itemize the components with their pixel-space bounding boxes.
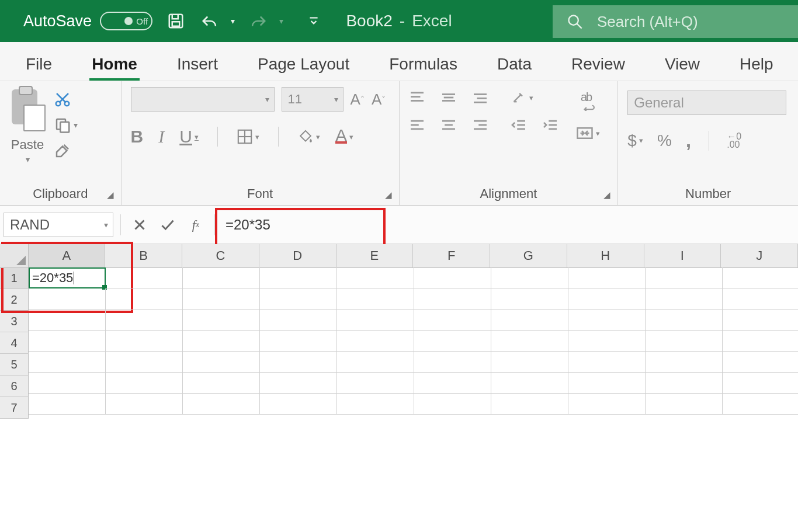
cell-f1[interactable] bbox=[414, 267, 491, 288]
col-header-g[interactable]: G bbox=[490, 244, 567, 268]
row-header-4[interactable]: 4 bbox=[0, 332, 29, 354]
cell-g2[interactable] bbox=[491, 288, 568, 310]
grow-font-icon[interactable]: A˄ bbox=[351, 91, 365, 109]
cell-f3[interactable] bbox=[414, 310, 491, 331]
cell-a3[interactable] bbox=[29, 310, 106, 331]
col-header-b[interactable]: B bbox=[105, 244, 182, 268]
cell-d2[interactable] bbox=[260, 288, 337, 310]
cell-d3[interactable] bbox=[260, 310, 337, 331]
autosave-switch[interactable]: Off bbox=[100, 12, 152, 30]
cell-j6[interactable] bbox=[723, 373, 798, 394]
percent-format-icon[interactable]: % bbox=[657, 131, 672, 150]
undo-dropdown-icon[interactable]: ▾ bbox=[231, 16, 235, 26]
cell-h6[interactable] bbox=[568, 373, 646, 394]
col-header-d[interactable]: D bbox=[259, 244, 336, 268]
cell-c1[interactable] bbox=[183, 267, 260, 288]
cell-h3[interactable] bbox=[568, 310, 646, 331]
cut-icon[interactable] bbox=[54, 91, 78, 108]
bold-button[interactable]: B bbox=[131, 127, 144, 147]
orientation-icon[interactable]: ▾ bbox=[511, 91, 533, 105]
row-header-6[interactable]: 6 bbox=[0, 375, 29, 397]
redo-dropdown-icon[interactable]: ▾ bbox=[279, 16, 283, 26]
cell-i5[interactable] bbox=[646, 352, 723, 373]
search-box[interactable]: Search (Alt+Q) bbox=[553, 5, 798, 38]
font-size-combo[interactable]: 11 ▾ bbox=[282, 87, 344, 112]
increase-decimal-icon[interactable]: ←0.00 bbox=[727, 133, 741, 149]
copy-icon[interactable]: ▾ bbox=[54, 116, 78, 134]
cell-b2[interactable] bbox=[106, 288, 183, 310]
row-header-2[interactable]: 2 bbox=[0, 289, 29, 311]
enter-entry-icon[interactable] bbox=[156, 213, 179, 237]
col-header-c[interactable]: C bbox=[182, 244, 259, 268]
cell-i1[interactable] bbox=[646, 267, 723, 288]
tab-review[interactable]: Review bbox=[569, 47, 627, 81]
name-box[interactable]: RAND ▾ bbox=[4, 213, 113, 237]
align-right-icon[interactable] bbox=[472, 119, 488, 131]
decrease-indent-icon[interactable] bbox=[511, 119, 527, 131]
cell-c5[interactable] bbox=[183, 352, 260, 373]
tab-help[interactable]: Help bbox=[737, 47, 776, 81]
col-header-a[interactable]: A bbox=[29, 244, 106, 268]
tab-page-layout[interactable]: Page Layout bbox=[255, 47, 352, 81]
cell-g6[interactable] bbox=[491, 373, 568, 394]
cell-h4[interactable] bbox=[568, 331, 646, 352]
insert-function-icon[interactable]: fx bbox=[184, 213, 207, 237]
accounting-format-icon[interactable]: $▾ bbox=[627, 131, 643, 150]
col-header-h[interactable]: H bbox=[567, 244, 644, 268]
cell-a2[interactable] bbox=[29, 288, 106, 310]
font-launcher-icon[interactable]: ◢ bbox=[385, 190, 392, 200]
format-painter-icon[interactable] bbox=[54, 142, 78, 159]
italic-button[interactable]: I bbox=[158, 127, 164, 147]
cell-g1[interactable] bbox=[491, 267, 568, 288]
cell-i2[interactable] bbox=[646, 288, 723, 310]
increase-indent-icon[interactable] bbox=[542, 119, 558, 131]
cell-b1[interactable] bbox=[106, 267, 183, 288]
cell-e3[interactable] bbox=[337, 310, 414, 331]
fill-color-icon[interactable]: ▾ bbox=[297, 128, 320, 145]
borders-icon[interactable]: ▾ bbox=[237, 128, 259, 145]
autosave-toggle[interactable]: AutoSave Off bbox=[23, 12, 152, 30]
cell-e5[interactable] bbox=[337, 352, 414, 373]
row-header-3[interactable]: 3 bbox=[0, 311, 29, 332]
cell-j7[interactable] bbox=[723, 394, 798, 415]
customize-qat-icon[interactable] bbox=[303, 15, 324, 27]
cell-i4[interactable] bbox=[646, 331, 723, 352]
name-box-dropdown-icon[interactable]: ▾ bbox=[104, 220, 108, 230]
font-color-icon[interactable]: A ▾ bbox=[335, 130, 353, 144]
cell-e2[interactable] bbox=[337, 288, 414, 310]
align-bottom-icon[interactable] bbox=[472, 91, 488, 104]
cell-e7[interactable] bbox=[337, 394, 414, 415]
cell-a7[interactable] bbox=[29, 394, 106, 415]
wrap-text-icon[interactable]: ab bbox=[581, 91, 595, 111]
cell-e6[interactable] bbox=[337, 373, 414, 394]
redo-icon[interactable] bbox=[248, 13, 269, 29]
col-header-i[interactable]: I bbox=[644, 244, 721, 268]
align-left-icon[interactable] bbox=[409, 119, 425, 131]
cell-j2[interactable] bbox=[723, 288, 798, 310]
paste-dropdown-icon[interactable]: ▾ bbox=[26, 155, 30, 164]
cell-j4[interactable] bbox=[723, 331, 798, 352]
cell-j1[interactable] bbox=[723, 267, 798, 288]
cell-c7[interactable] bbox=[183, 394, 260, 415]
col-header-e[interactable]: E bbox=[336, 244, 414, 268]
tab-insert[interactable]: Insert bbox=[175, 47, 220, 81]
cell-f2[interactable] bbox=[414, 288, 491, 310]
cell-h1[interactable] bbox=[568, 267, 646, 288]
cell-d1[interactable] bbox=[260, 267, 337, 288]
clipboard-launcher-icon[interactable]: ◢ bbox=[107, 190, 114, 200]
row-header-1[interactable]: 1 bbox=[0, 267, 29, 289]
cancel-entry-icon[interactable] bbox=[128, 213, 151, 237]
cell-c6[interactable] bbox=[183, 373, 260, 394]
shrink-font-icon[interactable]: A˅ bbox=[372, 91, 386, 109]
cell-f4[interactable] bbox=[414, 331, 491, 352]
cell-h2[interactable] bbox=[568, 288, 646, 310]
cell-b4[interactable] bbox=[106, 331, 183, 352]
cell-d6[interactable] bbox=[260, 373, 337, 394]
cell-h7[interactable] bbox=[568, 394, 646, 415]
underline-button[interactable]: U▾ bbox=[179, 127, 199, 147]
cell-c3[interactable] bbox=[183, 310, 260, 331]
font-name-combo[interactable]: ▾ bbox=[131, 87, 275, 112]
formula-input[interactable] bbox=[222, 213, 379, 237]
tab-home[interactable]: Home bbox=[89, 47, 140, 81]
alignment-launcher-icon[interactable]: ◢ bbox=[603, 190, 610, 200]
